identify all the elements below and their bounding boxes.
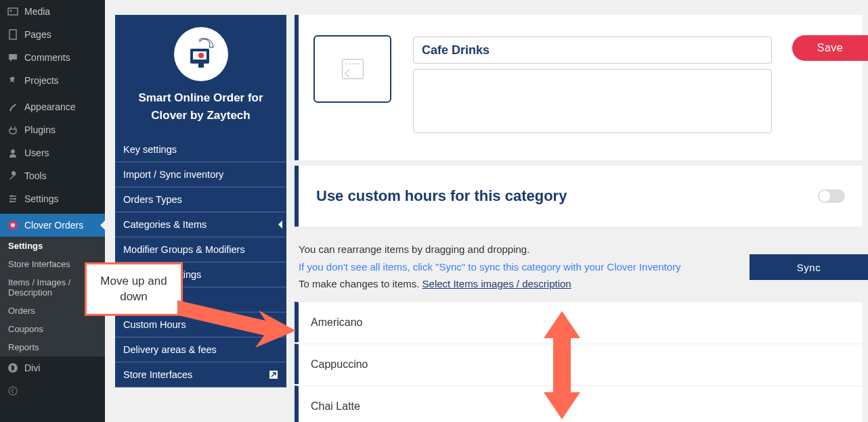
annotation-callout: Move up and down [85,262,183,316]
sidebar-label: Settings [24,193,59,204]
sidebar-label: Comments [24,52,70,63]
sidebar-label: Users [24,147,49,158]
comment-icon [7,51,19,64]
info-line-3-text: To make changes to items. [299,278,422,289]
category-description-input[interactable] [413,69,772,133]
svg-marker-16 [177,300,296,348]
svg-point-10 [9,387,17,395]
svg-point-1 [10,10,12,12]
item-name: Cappuccino [311,358,368,371]
sidebar-item-collapse[interactable] [0,379,105,402]
svg-rect-0 [8,8,18,15]
plugin-menu-orders-types[interactable]: Orders Types [115,187,286,212]
sidebar-item-plugins[interactable]: Plugins [0,118,105,141]
wp-admin-sidebar: Media Pages Comments Projects Appearance… [0,0,105,422]
sidebar-label: Tools [24,170,47,181]
sidebar-item-pages[interactable]: Pages [0,23,105,46]
plugin-menu-label: Store Interfaces [123,369,192,380]
wrench-icon [7,170,19,182]
svg-point-5 [14,198,16,200]
annotation-arrow-right [177,287,299,354]
sidebar-item-divi[interactable]: Divi [0,356,105,379]
plugin-menu-label: Custom Hours [123,319,186,330]
pin-icon [7,74,19,87]
plugin-menu-key-settings[interactable]: Key settings [115,137,286,162]
sidebar-item-comments[interactable]: Comments [0,46,105,69]
plugin-menu-label: Orders Types [123,194,182,205]
sidebar-item-appearance[interactable]: Appearance [0,95,105,118]
custom-hours-label: Use custom hours for this category [316,187,567,205]
plugin-title: Smart Online Order for Clover by Zaytech [129,89,273,124]
brush-icon [7,101,19,113]
clover-icon [7,219,19,231]
svg-rect-2 [9,30,16,39]
plugin-menu-label: Modifier Groups & Modifiers [123,244,245,255]
save-button[interactable]: Save [792,35,868,61]
sync-button[interactable]: Sync [750,254,868,280]
external-link-icon [269,370,278,379]
sidebar-item-tools[interactable]: Tools [0,164,105,187]
plugin-menu-label: Key settings [123,144,177,155]
sidebar-label: Media [24,6,50,17]
svg-point-3 [11,149,15,154]
collapse-icon [7,385,19,397]
sidebar-item-users[interactable]: Users [0,141,105,164]
annotation-arrow-updown [538,311,586,419]
plugin-header: Smart Online Order for Clover by Zaytech [115,15,286,137]
custom-hours-toggle[interactable] [818,189,845,203]
plug-icon [7,124,19,136]
sliders-icon [7,193,19,205]
category-name-input[interactable] [413,37,772,64]
plugin-logo-icon [174,27,228,81]
user-icon [7,147,19,159]
item-name: Americano [311,316,362,329]
plugin-menu-modifiers[interactable]: Modifier Groups & Modifiers [115,237,286,262]
sidebar-label: Appearance [24,101,76,112]
sidebar-item-settings[interactable]: Settings [0,187,105,210]
page-icon [7,28,19,41]
custom-hours-panel: Use custom hours for this category [295,166,863,227]
sidebar-label: Projects [24,75,59,86]
submenu-settings[interactable]: Settings [0,237,105,255]
svg-point-4 [11,195,13,197]
sidebar-label: Clover Orders [24,220,83,231]
callout-text: Move up and down [87,274,181,304]
plugin-menu-store-interfaces[interactable]: Store Interfaces [115,362,286,388]
plugin-menu-import-sync[interactable]: Import / Sync inventory [115,162,286,187]
plugin-menu-label: Import / Sync inventory [123,169,223,180]
sidebar-label: Divi [24,362,40,373]
category-image-upload[interactable] [313,35,391,103]
category-editor-panel: Save [295,15,863,160]
sidebar-item-clover-orders[interactable]: Clover Orders [0,214,105,237]
plugin-menu-categories-items[interactable]: Categories & Items [115,212,286,237]
svg-rect-13 [198,64,204,68]
media-icon [7,5,19,18]
svg-marker-17 [544,311,580,419]
sidebar-label: Plugins [24,124,56,135]
divi-icon [7,362,19,374]
svg-point-6 [10,201,12,203]
svg-point-14 [198,53,204,58]
plugin-menu-label: Categories & Items [123,219,207,230]
select-items-link[interactable]: Select Items images / description [422,278,571,289]
broken-image-icon [342,59,364,79]
submenu-reports[interactable]: Reports [0,338,105,356]
chevron-left-icon [278,220,282,229]
item-name: Chai Latte [311,400,360,413]
submenu-coupons[interactable]: Coupons [0,320,105,338]
sidebar-item-projects[interactable]: Projects [0,69,105,92]
svg-point-8 [11,223,15,227]
sidebar-item-media[interactable]: Media [0,0,105,23]
sidebar-label: Pages [24,29,51,40]
